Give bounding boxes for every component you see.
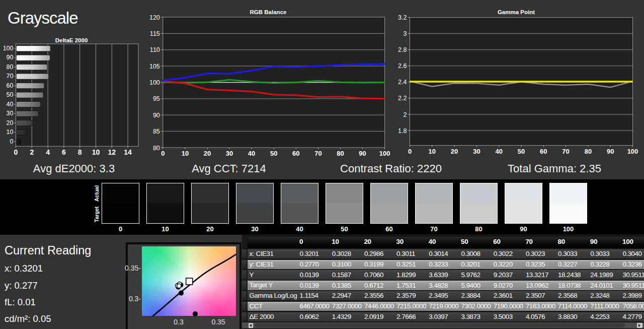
svg-text:12: 12 <box>108 148 116 156</box>
svg-text:50: 50 <box>270 150 277 157</box>
svg-text:2.6: 2.6 <box>398 62 407 70</box>
svg-text:50: 50 <box>7 91 14 98</box>
svg-text:20: 20 <box>7 119 14 126</box>
svg-text:3: 3 <box>404 30 407 37</box>
svg-text:80: 80 <box>153 145 160 152</box>
svg-text:90: 90 <box>7 54 14 61</box>
svg-text:30: 30 <box>473 148 480 155</box>
svg-text:80: 80 <box>585 148 592 155</box>
svg-text:30: 30 <box>226 150 233 157</box>
svg-text:DeltaE 2000: DeltaE 2000 <box>55 37 88 43</box>
svg-text:0: 0 <box>14 148 18 156</box>
svg-text:0: 0 <box>161 150 165 157</box>
svg-text:105: 105 <box>149 63 160 70</box>
svg-text:100: 100 <box>3 45 14 52</box>
svg-text:2.2: 2.2 <box>398 95 407 102</box>
svg-text:Gamma Point: Gamma Point <box>498 9 535 15</box>
svg-text:60: 60 <box>292 150 299 157</box>
svg-text:100: 100 <box>379 150 390 157</box>
svg-text:20: 20 <box>204 150 211 157</box>
svg-text:90: 90 <box>607 148 614 155</box>
svg-text:20: 20 <box>451 148 458 155</box>
svg-text:30: 30 <box>7 110 14 117</box>
svg-text:RGB Balance: RGB Balance <box>250 9 287 15</box>
svg-text:6: 6 <box>62 148 66 156</box>
svg-text:4: 4 <box>46 148 50 156</box>
svg-text:80: 80 <box>337 150 344 157</box>
svg-text:100: 100 <box>149 79 160 86</box>
svg-text:70: 70 <box>314 150 321 157</box>
svg-text:1.8: 1.8 <box>398 127 407 135</box>
svg-text:3.2: 3.2 <box>398 14 407 21</box>
svg-text:0: 0 <box>408 148 412 155</box>
svg-text:40: 40 <box>248 150 255 157</box>
svg-text:10: 10 <box>182 150 189 157</box>
svg-text:8: 8 <box>78 148 82 156</box>
svg-text:70: 70 <box>7 73 14 80</box>
svg-text:40: 40 <box>495 148 502 155</box>
svg-text:2.8: 2.8 <box>398 46 407 53</box>
svg-text:115: 115 <box>150 30 160 37</box>
svg-text:2.4: 2.4 <box>398 79 407 86</box>
svg-text:110: 110 <box>150 46 160 53</box>
svg-text:50: 50 <box>518 148 525 155</box>
svg-text:120: 120 <box>149 14 160 21</box>
svg-text:80: 80 <box>7 63 14 71</box>
svg-text:14: 14 <box>124 148 132 156</box>
svg-text:100: 100 <box>627 148 638 155</box>
svg-text:85: 85 <box>153 128 160 135</box>
svg-text:60: 60 <box>540 148 547 155</box>
svg-text:2: 2 <box>404 111 407 118</box>
svg-text:90: 90 <box>153 112 160 119</box>
svg-text:60: 60 <box>7 82 14 89</box>
svg-text:70: 70 <box>562 148 569 155</box>
svg-text:10: 10 <box>429 148 436 155</box>
svg-text:0: 0 <box>10 138 14 145</box>
svg-text:90: 90 <box>359 150 366 157</box>
svg-text:10: 10 <box>7 128 14 136</box>
svg-text:40: 40 <box>7 101 14 108</box>
svg-text:95: 95 <box>153 95 160 102</box>
svg-text:10: 10 <box>92 148 100 156</box>
svg-text:2: 2 <box>30 148 34 156</box>
